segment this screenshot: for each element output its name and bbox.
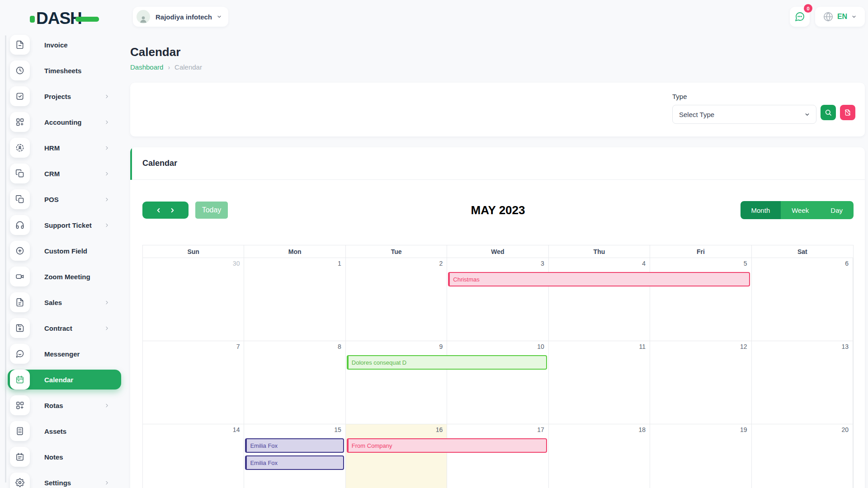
- day-number: 2: [439, 260, 443, 267]
- view-week-button[interactable]: Week: [781, 201, 820, 219]
- sidebar-item-hrm[interactable]: HRM: [8, 138, 121, 158]
- sidebar-item-messenger[interactable]: Messenger: [8, 344, 121, 364]
- copy-icon: [10, 189, 30, 209]
- calendar-event[interactable]: Emilia Fox: [245, 455, 344, 470]
- calendar-event[interactable]: From Company: [347, 438, 547, 453]
- calendar-day-cell[interactable]: 14: [143, 424, 244, 488]
- chevron-right-icon: [104, 300, 110, 305]
- sidebar-item-calendar[interactable]: Calendar: [8, 370, 121, 389]
- calendar-day-cell[interactable]: 7: [143, 341, 244, 424]
- calendar-event[interactable]: Emilia Fox: [245, 438, 344, 453]
- calendar-day-cell[interactable]: 2: [346, 258, 447, 341]
- grid-plus-icon: [10, 112, 30, 132]
- calendar-day-cell[interactable]: 17: [447, 424, 548, 488]
- grid-plus-icon: [10, 395, 30, 415]
- calendar-day-cell[interactable]: 3: [447, 258, 548, 341]
- day-number: 13: [841, 343, 849, 350]
- calendar-week-row: 78910111213Dolores consequat D: [143, 341, 853, 424]
- calendar-day-cell[interactable]: 9: [346, 341, 447, 424]
- sidebar-item-sales[interactable]: Sales: [8, 292, 121, 312]
- day-number: 8: [338, 343, 341, 350]
- headphones-icon: [10, 215, 30, 235]
- sidebar-item-label: Timesheets: [44, 67, 81, 75]
- chevron-right-icon: [104, 119, 110, 125]
- day-number: 20: [841, 426, 849, 433]
- sidebar-item-notes[interactable]: Notes: [8, 447, 121, 467]
- reset-filter-button[interactable]: [840, 105, 855, 120]
- card-accent-bar: [130, 147, 132, 180]
- company-selector[interactable]: Rajodiya infotech: [133, 7, 228, 27]
- search-button[interactable]: [821, 105, 836, 120]
- sidebar-item-pos[interactable]: POS: [8, 189, 121, 209]
- calendar-day-cell[interactable]: 20: [752, 424, 853, 488]
- messages-button[interactable]: 0: [790, 7, 810, 27]
- day-number: 4: [642, 260, 646, 267]
- sidebar-item-contract[interactable]: Contract: [8, 318, 121, 338]
- sidebar-item-timesheets[interactable]: Timesheets: [8, 61, 121, 80]
- calendar-event[interactable]: Christmas: [448, 272, 750, 286]
- day-number: 30: [233, 260, 240, 267]
- view-day-button[interactable]: Day: [820, 201, 854, 219]
- calendar-day-cell[interactable]: 12: [650, 341, 751, 424]
- calendar-day-cell[interactable]: 10: [447, 341, 548, 424]
- sidebar-item-rotas[interactable]: Rotas: [8, 395, 121, 415]
- day-header-wed: Wed: [447, 245, 548, 258]
- calendar-day-cell[interactable]: 19: [650, 424, 751, 488]
- breadcrumb-current: Calendar: [175, 63, 202, 71]
- day-header-tue: Tue: [346, 245, 447, 258]
- gear-icon: [10, 473, 30, 488]
- sidebar-item-custom-field[interactable]: Custom Field: [8, 241, 121, 261]
- globe-icon: [823, 12, 833, 22]
- app-logo[interactable]: DASH: [30, 8, 99, 28]
- sidebar-item-zoom-meeting[interactable]: Zoom Meeting: [8, 267, 121, 286]
- calendar-day-cell[interactable]: 5: [650, 258, 751, 341]
- calendar-day-cell-today[interactable]: 16: [346, 424, 447, 488]
- copy-icon: [10, 164, 30, 183]
- calendar-day-cell[interactable]: 8: [244, 341, 345, 424]
- breadcrumb-dashboard-link[interactable]: Dashboard: [130, 63, 163, 71]
- chevron-right-icon: [104, 222, 110, 228]
- chevron-right-icon: [104, 197, 110, 202]
- type-select[interactable]: Select Type: [672, 105, 816, 124]
- chevron-right-icon: [104, 94, 110, 99]
- invoice-icon: [10, 35, 30, 55]
- calendar-day-cell[interactable]: 1: [244, 258, 345, 341]
- day-number: 10: [537, 343, 544, 350]
- view-month-button[interactable]: Month: [741, 201, 781, 219]
- calendar-card-header: Calendar: [130, 147, 865, 180]
- sidebar-item-label: Calendar: [44, 376, 73, 384]
- calendar-day-cell[interactable]: 4: [549, 258, 650, 341]
- chevron-down-icon: [804, 112, 810, 117]
- sidebar-item-label: Invoice: [44, 41, 68, 49]
- calendar-icon: [10, 370, 30, 389]
- sidebar-item-label: HRM: [44, 144, 60, 152]
- clear-filter-icon: [844, 109, 851, 116]
- breadcrumb: Dashboard › Calendar: [130, 63, 865, 71]
- calendar-day-cell[interactable]: 30: [143, 258, 244, 341]
- sidebar-item-label: Support Ticket: [44, 221, 92, 229]
- calendar-day-cell[interactable]: 11: [549, 341, 650, 424]
- sidebar-item-crm[interactable]: CRM: [8, 164, 121, 183]
- sidebar-item-settings[interactable]: Settings: [8, 473, 121, 488]
- calendar-event[interactable]: Dolores consequat D: [347, 355, 547, 370]
- calendar-day-cell[interactable]: 13: [752, 341, 853, 424]
- sidebar-item-invoice[interactable]: Invoice: [8, 35, 121, 55]
- day-number: 18: [639, 426, 646, 433]
- sidebar-item-accounting[interactable]: Accounting: [8, 112, 121, 132]
- chevron-right-icon: [104, 403, 110, 408]
- day-number: 11: [639, 343, 646, 350]
- sidebar-item-assets[interactable]: Assets: [8, 421, 121, 441]
- language-code: EN: [837, 13, 847, 21]
- language-selector[interactable]: EN: [815, 7, 865, 27]
- day-number: 1: [338, 260, 341, 267]
- sidebar-item-label: Rotas: [44, 402, 63, 409]
- calendar-day-cell[interactable]: 6: [752, 258, 853, 341]
- day-header-mon: Mon: [244, 245, 345, 258]
- company-name: Rajodiya infotech: [156, 13, 212, 21]
- avatar: [137, 10, 150, 23]
- calendar-day-cell[interactable]: 18: [549, 424, 650, 488]
- note-icon: [10, 447, 30, 467]
- sidebar-item-support-ticket[interactable]: Support Ticket: [8, 215, 121, 235]
- sidebar-item-projects[interactable]: Projects: [8, 86, 121, 106]
- logo-dash: [75, 17, 99, 22]
